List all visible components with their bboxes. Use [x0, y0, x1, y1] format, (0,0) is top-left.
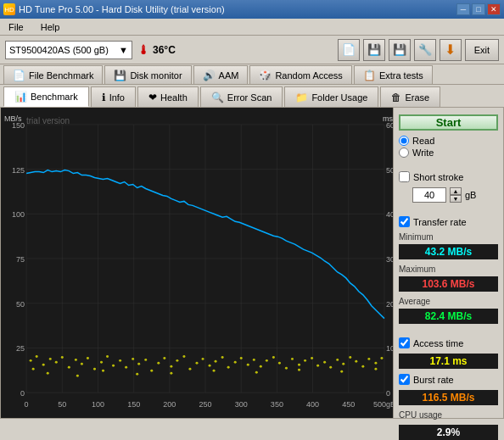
svg-text:25: 25 — [16, 344, 25, 353]
temperature-display: 🌡 36°C — [137, 43, 176, 57]
tab-random-access[interactable]: 🎲 Random Access — [249, 65, 351, 84]
svg-point-69 — [176, 359, 178, 362]
svg-text:450: 450 — [342, 400, 355, 409]
tab-aam-label: AAM — [219, 70, 239, 81]
write-option[interactable]: Write — [399, 148, 498, 158]
svg-point-62 — [132, 358, 134, 360]
transfer-rate-checkbox[interactable] — [399, 216, 410, 227]
short-stroke-checkbox[interactable] — [399, 171, 410, 182]
svg-point-110 — [298, 369, 300, 371]
svg-point-60 — [119, 359, 121, 362]
svg-point-99 — [367, 358, 370, 360]
menu-file[interactable]: File — [3, 20, 29, 34]
svg-point-80 — [247, 364, 249, 366]
svg-point-47 — [36, 355, 38, 358]
tools-button[interactable]: 🔧 — [414, 39, 436, 61]
svg-point-108 — [213, 370, 216, 372]
svg-text:300: 300 — [235, 400, 248, 409]
svg-text:0: 0 — [386, 389, 390, 398]
thermometer-icon: 🌡 — [137, 43, 149, 57]
tab-aam[interactable]: 🔊 AAM — [193, 65, 249, 84]
read-option[interactable]: Read — [399, 136, 498, 146]
disk-button[interactable]: 💾 — [363, 39, 385, 61]
burst-rate-option[interactable]: Burst rate — [399, 374, 498, 385]
svg-point-86 — [285, 367, 288, 370]
svg-text:200: 200 — [163, 400, 176, 409]
stroke-value-input[interactable] — [412, 187, 446, 203]
transfer-rate-label: Transfer rate — [413, 217, 467, 227]
tab-extra-tests[interactable]: 📋 Extra tests — [354, 65, 433, 84]
top-tab-bar: 📄 File Benchmark 💾 Disk monitor 🔊 AAM 🎲 … — [0, 64, 504, 85]
svg-point-75 — [215, 360, 217, 363]
title-bar: HD HD Tune Pro 5.00 - Hard Disk Utility … — [0, 0, 504, 19]
svg-text:10: 10 — [386, 344, 393, 353]
maximum-value: 103.6 MB/s — [399, 276, 498, 292]
tab-file-benchmark[interactable]: 📄 File Benchmark — [3, 65, 103, 84]
write-label: Write — [412, 148, 434, 158]
average-stat: Average 82.4 MB/s — [399, 297, 498, 324]
svg-point-82 — [260, 365, 262, 368]
svg-point-85 — [278, 362, 281, 365]
svg-point-70 — [182, 355, 185, 358]
write-radio[interactable] — [399, 148, 409, 158]
svg-point-96 — [349, 356, 351, 359]
minimize-button[interactable]: ─ — [456, 3, 470, 15]
close-button[interactable]: ✕ — [487, 3, 501, 15]
tab-benchmark[interactable]: 📊 Benchmark — [3, 86, 89, 107]
tab-folder-usage[interactable]: 📁 Folder Usage — [284, 86, 378, 107]
window-title: HD Tune Pro 5.00 - Hard Disk Utility (tr… — [19, 4, 225, 14]
tab-error-scan-label: Error Scan — [227, 92, 272, 103]
svg-point-95 — [342, 363, 344, 365]
erase-icon: 🗑 — [391, 92, 401, 103]
download-button[interactable]: ⬇ — [440, 39, 462, 61]
svg-point-63 — [137, 363, 140, 365]
svg-point-83 — [266, 359, 268, 362]
tab-error-scan[interactable]: 🔍 Error Scan — [200, 86, 283, 107]
stroke-up-button[interactable]: ▲ — [450, 187, 462, 195]
svg-point-53 — [75, 359, 77, 361]
access-time-option[interactable]: Access time — [399, 337, 498, 348]
svg-text:50: 50 — [386, 166, 393, 175]
stroke-down-button[interactable]: ▼ — [450, 195, 462, 203]
tab-erase[interactable]: 🗑 Erase — [380, 86, 440, 107]
tab-folder-usage-label: Folder Usage — [311, 92, 367, 103]
svg-point-112 — [374, 368, 377, 370]
svg-point-94 — [336, 359, 339, 361]
info-button[interactable]: 📄 — [338, 39, 360, 61]
disk-monitor-icon: 💾 — [114, 70, 126, 81]
start-button[interactable]: Start — [399, 114, 498, 131]
svg-point-103 — [47, 372, 49, 375]
svg-point-90 — [311, 357, 313, 359]
file-benchmark-icon: 📄 — [13, 70, 25, 81]
disk-selector[interactable]: ST9500420AS (500 gB) ▼ — [5, 41, 132, 59]
maximum-label: Maximum — [399, 265, 498, 274]
svg-point-46 — [30, 359, 32, 362]
short-stroke-option[interactable]: Short stroke — [399, 171, 498, 182]
tab-file-benchmark-label: File Benchmark — [29, 70, 93, 81]
average-label: Average — [399, 297, 498, 306]
save-button[interactable]: 💾 — [389, 39, 411, 61]
svg-point-51 — [61, 356, 64, 359]
svg-point-101 — [380, 357, 383, 359]
svg-text:50: 50 — [16, 300, 25, 309]
maximize-button[interactable]: □ — [472, 3, 485, 15]
svg-text:125: 125 — [12, 166, 25, 175]
access-time-checkbox[interactable] — [399, 337, 410, 348]
dropdown-arrow-icon: ▼ — [119, 45, 128, 55]
tab-disk-monitor[interactable]: 💾 Disk monitor — [104, 65, 191, 84]
menu-bar: File Help — [0, 19, 504, 36]
tab-disk-monitor-label: Disk monitor — [130, 70, 182, 81]
read-radio[interactable] — [399, 136, 409, 146]
svg-rect-0 — [1, 108, 393, 418]
svg-text:0: 0 — [25, 400, 29, 409]
menu-help[interactable]: Help — [36, 20, 65, 34]
transfer-rate-option[interactable]: Transfer rate — [399, 216, 498, 227]
cpu-value: 2.9% — [399, 425, 498, 440]
svg-text:ms: ms — [383, 114, 393, 123]
svg-text:100: 100 — [12, 210, 25, 219]
tab-info[interactable]: ℹ Info — [91, 86, 136, 107]
tab-health[interactable]: ❤ Health — [137, 86, 199, 107]
burst-rate-checkbox[interactable] — [399, 374, 410, 385]
toolbar: ST9500420AS (500 gB) ▼ 🌡 36°C 📄 💾 💾 🔧 ⬇ … — [0, 36, 504, 64]
exit-button[interactable]: Exit — [465, 39, 499, 61]
